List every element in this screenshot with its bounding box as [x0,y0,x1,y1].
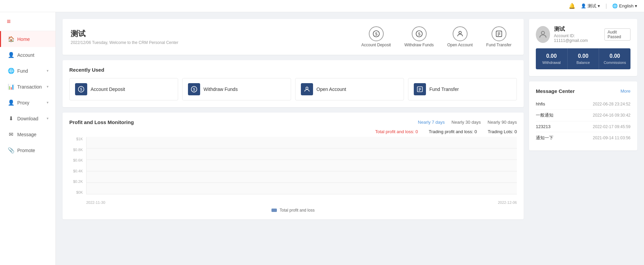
sidebar-item-download[interactable]: ⬇ Download ▾ [0,111,55,126]
msg-name-0: hhfis [536,101,545,106]
quick-open-account-button[interactable]: Open Account [295,78,404,100]
msg-more-button[interactable]: More [620,89,630,94]
header-withdraw-funds-button[interactable]: $ Withdraw Funds [400,24,438,49]
stats-bar: 0.00 Withdrawal 0.00 Balance 0.00 Commis… [536,48,630,69]
quick-account-deposit-button[interactable]: $ Account Deposit [69,78,178,100]
account-icon: 👤 [8,52,14,58]
main-layout: ≡ 🏠 Home 👤 Account 🌐 Fund ▾ 📊 Transactio… [0,12,644,265]
qa-withdraw-icon: $ [188,83,200,95]
open-account-label: Open Account [447,43,473,47]
chart-inner [86,137,517,194]
commissions-stat: 0.00 Commissions [599,48,630,69]
topbar: 🔔 👤 测试 ▾ | 🌐 English ▾ [0,0,644,12]
msg-item-2[interactable]: 123213 2022-02-17 09:45:59 [536,121,630,132]
msg-header: Message Center More [536,88,630,94]
language-selector[interactable]: 🌐 English ▾ [612,3,637,8]
divider: | [605,3,607,9]
chevron-down-icon: ▾ [47,85,49,89]
sidebar-label-fund: Fund [17,68,28,74]
notification-bell-icon[interactable]: 🔔 [569,3,575,9]
sidebar-item-home[interactable]: 🏠 Home [0,31,55,47]
qa-fund-transfer-label: Fund Transfer [429,87,459,92]
sidebar-item-promote[interactable]: 📎 Promote [0,142,55,158]
header-account-deposit-button[interactable]: $ Account Deposit [357,24,395,49]
msg-name-1: 一般通知 [536,112,553,118]
sidebar-label-transaction: Transaction [17,84,42,90]
sidebar-item-fund[interactable]: 🌐 Fund ▾ [0,63,55,79]
pl-tab-30days[interactable]: Nearly 30 days [452,120,481,125]
audit-badge: Audit Passed [604,28,630,41]
ylabel-0k: $0K [69,190,83,194]
fund-transfer-label: Fund Transfer [486,43,511,47]
sidebar-logo[interactable]: ≡ [0,12,55,31]
sidebar-label-proxy: Proxy [17,100,29,105]
ylabel-04k: $0.4K [69,169,83,173]
sidebar-item-proxy[interactable]: 👤 Proxy ▾ [0,95,55,111]
transaction-icon: 📊 [8,83,14,90]
withdrawal-label: Withdrawal [539,61,564,65]
svg-point-22 [541,31,544,34]
page-subtitle: 2022/12/06 Tuesday, Welcome to the CRM P… [71,40,178,45]
sidebar-item-transaction[interactable]: 📊 Transaction ▾ [0,79,55,95]
ylabel-06k: $0.6K [69,158,83,162]
pl-header: Profit and Loss Monitoring Nearly 7 days… [69,119,517,125]
trading-lots-stat: Trading Lots: 0 [488,129,517,134]
profile-name: 测试 [554,26,601,33]
home-icon: 🏠 [8,36,14,42]
ylabel-08k: $0.8K [69,148,83,152]
pl-tab-7days[interactable]: Nearly 7 days [418,120,445,125]
language-label: English [619,3,634,8]
commissions-label: Commissions [602,61,627,65]
balance-stat: 0.00 Balance [568,48,599,69]
sidebar-item-account[interactable]: 👤 Account [0,47,55,63]
quick-actions: $ Account Deposit $ Withdraw Funds [69,78,517,100]
globe-icon: 🌐 [612,3,618,8]
chevron-down-icon: ▾ [47,116,49,121]
page-header: 测试 2022/12/06 Tuesday, Welcome to the CR… [63,19,524,55]
msg-item-3[interactable]: 通知一下 2021-09-14 11:03:56 [536,132,630,144]
content-area: 测试 2022/12/06 Tuesday, Welcome to the CR… [56,12,644,265]
user-icon: 👤 [581,3,586,8]
svg-text:$: $ [80,87,82,91]
header-fund-transfer-button[interactable]: Fund Transfer [482,24,516,49]
chevron-down-icon: ▾ [47,100,49,105]
recently-used-card: Recently Used $ Account Deposit $ Withdr… [63,60,524,107]
header-open-account-button[interactable]: Open Account [443,24,477,49]
msg-name-3: 通知一下 [536,135,553,141]
message-center-card: Message Center More hhfis 2022-06-28 23:… [529,81,637,150]
quick-withdraw-funds-button[interactable]: $ Withdraw Funds [182,78,291,100]
pl-tab-90days[interactable]: Nearly 90 days [487,120,517,125]
total-pl-stat: Total profit and loss: 0 [375,129,418,134]
chevron-down-icon: ▾ [598,3,600,8]
msg-time-1: 2022-04-16 09:30:42 [593,113,630,118]
qa-account-deposit-label: Account Deposit [91,87,125,92]
legend-label: Total profit and loss [280,208,314,213]
withdraw-funds-label: Withdraw Funds [404,43,434,47]
xlabel-end: 2022-12-06 [498,200,517,204]
msg-item-1[interactable]: 一般通知 2022-04-16 09:30:42 [536,110,630,121]
profit-loss-card: Profit and Loss Monitoring Nearly 7 days… [63,113,524,219]
promote-icon: 📎 [8,147,14,153]
right-panel: 测试 Account ID: 11111@gmail.com Audit Pas… [529,19,637,258]
account-deposit-icon: $ [369,26,384,41]
message-icon: ✉ [8,131,14,138]
chart-area: $1K $0.8K $0.6K $0.4K $0.2K $0K [69,137,517,204]
svg-point-13 [306,87,308,89]
qa-account-deposit-icon: $ [75,83,87,95]
pl-stats: Total profit and loss: 0 Trading profit … [69,129,517,134]
msg-item-0[interactable]: hhfis 2022-06-28 23:24:52 [536,99,630,110]
menu-icon: ≡ [7,18,11,25]
quick-fund-transfer-button[interactable]: Fund Transfer [408,78,517,100]
msg-name-2: 123213 [536,124,550,129]
chart-legend: Total profit and loss [69,208,517,213]
svg-text:$: $ [418,31,420,37]
pl-tabs: Nearly 7 days Nearly 30 days Nearly 90 d… [418,120,517,125]
balance-value: 0.00 [571,53,596,59]
sidebar-item-message[interactable]: ✉ Message [0,126,55,142]
page-title: 测试 [71,29,178,39]
account-deposit-label: Account Deposit [361,43,391,47]
user-menu[interactable]: 👤 测试 ▾ [581,3,600,9]
withdrawal-value: 0.00 [539,53,564,59]
trading-pl-stat: Trading profit and loss: 0 [429,129,477,134]
header-actions: $ Account Deposit $ Withdraw Funds [357,24,516,49]
